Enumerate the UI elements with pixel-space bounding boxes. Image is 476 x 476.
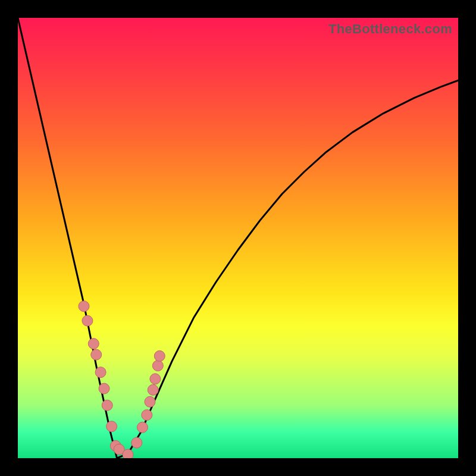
highlight-dot <box>91 349 102 360</box>
highlight-dot <box>82 315 93 326</box>
highlight-dot <box>148 384 158 395</box>
highlight-dot <box>79 301 89 312</box>
highlight-dot <box>152 361 163 371</box>
highlight-dot <box>137 422 148 433</box>
highlight-dot <box>102 400 112 411</box>
highlight-dots <box>79 301 165 458</box>
plot-area: TheBottleneck.com <box>18 18 458 458</box>
highlight-dot <box>107 421 117 432</box>
highlight-dot <box>131 437 142 448</box>
highlight-dot <box>123 449 133 458</box>
chart-svg <box>18 18 458 458</box>
highlight-dot <box>150 374 161 384</box>
highlight-dot <box>99 383 109 394</box>
highlight-dot <box>88 339 99 349</box>
highlight-dot <box>145 396 155 407</box>
chart-frame: TheBottleneck.com <box>0 0 476 476</box>
highlight-dot <box>95 367 106 378</box>
bottleneck-curve <box>18 18 458 458</box>
highlight-dot <box>142 409 152 420</box>
highlight-dot <box>154 350 165 361</box>
